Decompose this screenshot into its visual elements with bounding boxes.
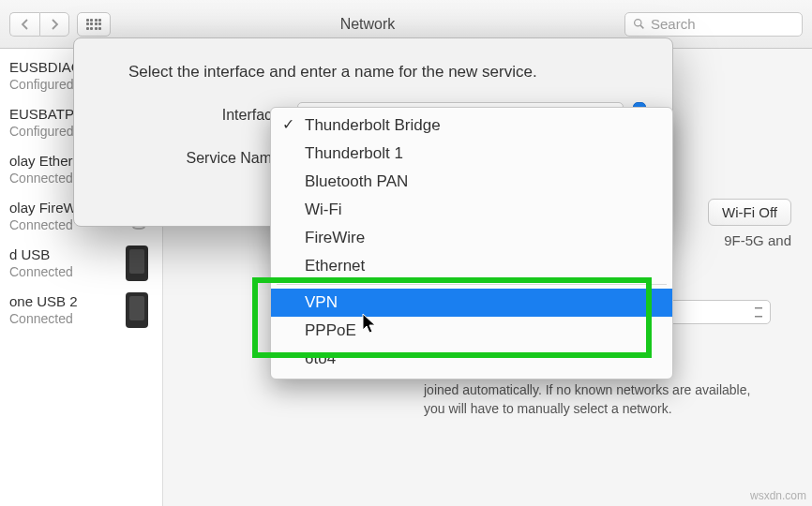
wifi-status-text: 9F-5G and [724,232,791,248]
forward-button[interactable] [39,12,69,37]
sidebar-item-name: d USB [9,246,112,264]
dropdown-item-ethernet[interactable]: Ethernet [271,252,672,280]
sidebar-item-status: Connected [9,264,112,281]
sidebar-item[interactable]: d USB Connected [0,240,162,287]
sidebar-item-status: Connected [9,311,112,328]
dropdown-item-bluetooth-pan[interactable]: Bluetooth PAN [271,168,672,196]
interface-dropdown: Thunderbolt Bridge Thunderbolt 1 Bluetoo… [270,107,673,380]
interface-label: Interface [100,107,288,124]
nav-group [9,12,69,37]
search-placeholder: Search [651,16,696,32]
dropdown-item-thunderbolt-bridge[interactable]: Thunderbolt Bridge [271,112,672,140]
dropdown-item-6to4[interactable]: 6to4 [271,345,672,373]
dropdown-item-wifi[interactable]: Wi-Fi [271,196,672,224]
sheet-title: Select the interface and enter a name fo… [100,63,646,82]
show-all-button[interactable] [77,12,111,37]
sidebar-item[interactable]: one USB 2 Connected [0,287,162,334]
cursor-icon [362,313,379,335]
dropdown-item-pppoe[interactable]: PPPoE [271,317,672,345]
dropdown-item-thunderbolt-1[interactable]: Thunderbolt 1 [271,140,672,168]
wifi-off-button[interactable]: Wi-Fi Off [708,199,791,226]
back-button[interactable] [9,12,39,37]
credit-text: wsxdn.com [750,489,806,502]
dropdown-item-firewire[interactable]: FireWire [271,224,672,252]
dropdown-item-vpn[interactable]: VPN [271,289,672,317]
window-title: Network [118,16,617,33]
grid-icon [86,19,102,30]
dropdown-separator [277,284,667,285]
search-field[interactable]: Search [624,12,803,37]
svg-line-1 [640,25,643,28]
phone-icon [121,247,153,279]
network-info-text: joined automatically. If no known networ… [424,380,771,419]
search-icon [633,18,645,30]
svg-point-0 [635,20,641,26]
sidebar-item-name: one USB 2 [9,293,112,311]
phone-icon [121,294,153,326]
service-name-label: Service Name [100,150,288,167]
